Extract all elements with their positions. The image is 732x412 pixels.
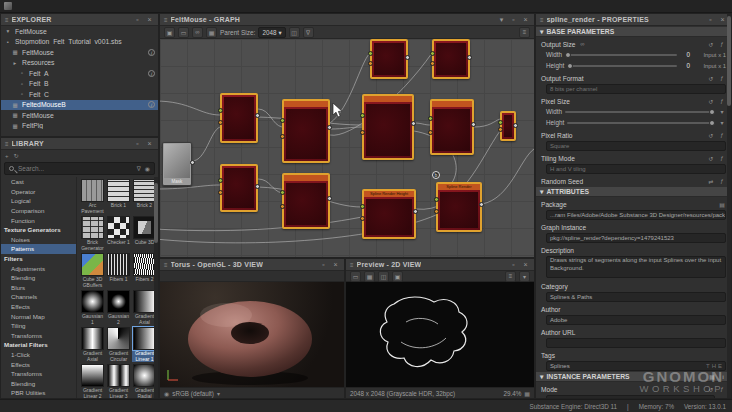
- node-output-dot[interactable]: [327, 125, 332, 130]
- home-icon[interactable]: ▣: [164, 27, 175, 38]
- link-icon[interactable]: ∞: [578, 41, 586, 47]
- close-icon[interactable]: ×: [718, 16, 727, 23]
- library-category[interactable]: Patterns: [1, 244, 76, 254]
- view3d-canvas[interactable]: [160, 282, 344, 387]
- view-mode-icon[interactable]: ◉: [145, 165, 150, 172]
- grid-snap-icon[interactable]: ▦: [206, 27, 217, 38]
- pixel-width-slider[interactable]: [565, 111, 715, 113]
- close-icon[interactable]: ×: [521, 261, 530, 268]
- node-input-dot[interactable]: [280, 134, 285, 139]
- node-input-dot[interactable]: [368, 51, 373, 56]
- explorer-row[interactable]: ▦ FeltedMouseB i: [1, 100, 158, 111]
- explorer-row[interactable]: ▫ Felt_B i: [1, 79, 158, 90]
- library-category[interactable]: Blurs: [1, 283, 76, 293]
- node-output-dot[interactable]: [190, 160, 195, 165]
- float-icon[interactable]: ▫: [319, 261, 328, 268]
- library-category[interactable]: 1-Click: [1, 350, 76, 360]
- library-search[interactable]: Search... ∇ ◉: [4, 162, 155, 175]
- library-category[interactable]: Texture Generators: [1, 225, 76, 235]
- reset-icon[interactable]: ↺: [707, 98, 715, 105]
- library-category[interactable]: Function: [1, 215, 76, 225]
- graph-node[interactable]: Mask: [162, 142, 192, 186]
- function-icon[interactable]: ƒ: [718, 178, 726, 184]
- library-category[interactable]: Tiling: [1, 321, 76, 331]
- library-category[interactable]: Material Filters: [1, 340, 76, 350]
- shuffle-icon[interactable]: ⇄: [707, 178, 715, 185]
- width-mode[interactable]: Input x 1: [693, 52, 726, 58]
- node-input-dot[interactable]: [498, 120, 503, 125]
- graph-node[interactable]: [370, 39, 408, 79]
- presets-icon[interactable]: ▤: [708, 373, 716, 380]
- function-icon[interactable]: ƒ: [718, 155, 726, 161]
- float-icon[interactable]: ▫: [509, 261, 518, 268]
- node-input-dot[interactable]: [360, 113, 365, 118]
- section-base-parameters[interactable]: ▾ BASE PARAMETERS: [536, 26, 731, 37]
- stepper-icon[interactable]: ▾: [718, 108, 726, 115]
- pin-icon[interactable]: ▾: [497, 16, 506, 24]
- link-icon[interactable]: ∞: [192, 27, 203, 38]
- output-format-value[interactable]: 8 bits per channel: [546, 84, 726, 94]
- pixel-height-slider[interactable]: [567, 122, 715, 124]
- panel-drag-icon[interactable]: ≡: [164, 262, 168, 268]
- function-icon[interactable]: ƒ: [718, 132, 726, 138]
- graph-node[interactable]: [500, 111, 516, 141]
- library-item[interactable]: Gradient Circular: [106, 327, 131, 362]
- library-category[interactable]: PBR Utilities: [1, 388, 76, 398]
- tiling-icon[interactable]: ▦: [364, 271, 375, 282]
- library-item[interactable]: Brick 1: [106, 179, 131, 214]
- library-item[interactable]: Brick Generator: [80, 216, 105, 251]
- reset-icon[interactable]: ↺: [707, 41, 715, 48]
- explorer-row[interactable]: ▦ FeltPig i: [1, 121, 158, 132]
- author-value[interactable]: Adobe: [546, 315, 726, 325]
- width-value[interactable]: 0: [680, 51, 690, 58]
- node-input-dot[interactable]: [218, 108, 223, 113]
- library-category[interactable]: Transforms: [1, 369, 76, 379]
- graph-node[interactable]: [220, 164, 258, 212]
- node-input-dot[interactable]: [434, 209, 439, 214]
- node-input-dot[interactable]: [218, 190, 223, 195]
- library-item[interactable]: Gaussian 1: [80, 290, 105, 325]
- function-icon[interactable]: ƒ: [718, 98, 726, 104]
- section-attributes[interactable]: ▾ ATTRIBUTES: [536, 186, 731, 197]
- graph-options-icon[interactable]: ≡: [519, 27, 530, 38]
- node-input-dot[interactable]: [280, 118, 285, 123]
- graph-node[interactable]: [282, 173, 330, 229]
- library-item[interactable]: Gaussian 2: [106, 290, 131, 325]
- filter-icon[interactable]: ∇: [137, 165, 141, 172]
- function-icon[interactable]: ƒ: [718, 75, 726, 81]
- library-item[interactable]: Checker 1: [106, 216, 131, 251]
- pause-engine-icon[interactable]: ◫: [289, 27, 300, 38]
- width-slider[interactable]: [565, 54, 677, 56]
- node-input-dot[interactable]: [280, 190, 285, 195]
- library-category[interactable]: Operator: [1, 187, 76, 197]
- graph-node[interactable]: [362, 94, 414, 160]
- node-input-dot[interactable]: [218, 178, 223, 183]
- node-input-dot[interactable]: [430, 51, 435, 56]
- search-input[interactable]: Search...: [18, 165, 133, 172]
- explorer-row[interactable]: ▦ FeltMouse i: [1, 47, 158, 58]
- height-mode[interactable]: Input x 1: [693, 63, 726, 69]
- library-category[interactable]: Comparison: [1, 206, 76, 216]
- node-input-dot[interactable]: [360, 130, 365, 135]
- library-item[interactable]: Gradient Axial Reflected: [80, 327, 105, 362]
- library-item[interactable]: Fibers 1: [106, 253, 131, 288]
- graph-node[interactable]: [430, 99, 474, 155]
- info-icon[interactable]: i: [148, 70, 155, 77]
- fit-view-icon[interactable]: ▭: [350, 271, 361, 282]
- folder-icon[interactable]: ▤: [718, 201, 726, 208]
- panel-drag-icon[interactable]: ≡: [5, 17, 9, 23]
- library-item[interactable]: Gradient Linear 2: [80, 364, 105, 399]
- properties-scrollbar[interactable]: [727, 14, 731, 398]
- options-icon[interactable]: ▾: [519, 271, 530, 282]
- library-category[interactable]: Filters: [1, 254, 76, 264]
- explorer-row[interactable]: ▪ Stopmotion_Felt_Tutorial_v001.sbs i: [1, 37, 158, 48]
- node-input-dot[interactable]: [368, 61, 373, 66]
- panel-drag-icon[interactable]: ≡: [164, 17, 168, 23]
- node-output-dot[interactable]: [411, 121, 416, 126]
- node-input-dot[interactable]: [360, 216, 365, 221]
- histogram-icon[interactable]: ≡: [505, 271, 516, 282]
- float-icon[interactable]: ▫: [706, 16, 715, 23]
- node-output-dot[interactable]: [255, 184, 260, 189]
- tiling-mode-value[interactable]: H and V tiling: [546, 164, 726, 174]
- explorer-row[interactable]: ▾ FeltMouse i: [1, 26, 158, 37]
